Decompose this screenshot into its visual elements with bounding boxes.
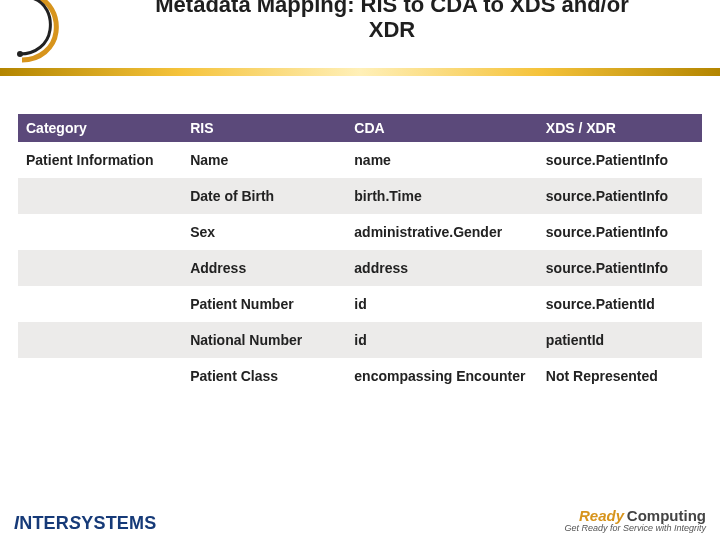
table-row: National NumberidpatientId bbox=[18, 322, 702, 358]
cell-category bbox=[18, 178, 182, 214]
th-cda: CDA bbox=[346, 114, 538, 142]
cell-cda: birth.Time bbox=[346, 178, 538, 214]
cell-xds: source.PatientInfo bbox=[538, 250, 702, 286]
footer-left-brand: INTERSYSTEMS bbox=[14, 513, 156, 534]
cell-xds: patientId bbox=[538, 322, 702, 358]
cell-category bbox=[18, 322, 182, 358]
footer-right-brand-word1: Ready bbox=[579, 507, 624, 524]
cell-cda: administrative.Gender bbox=[346, 214, 538, 250]
table-row: Addressaddresssource.PatientInfo bbox=[18, 250, 702, 286]
mapping-table: Category RIS CDA XDS / XDR Patient Infor… bbox=[18, 114, 702, 394]
footer-right-brand: Ready Computing Get Ready for Service wi… bbox=[564, 508, 706, 534]
slide-title: Metadata Mapping: RIS to CDA to XDS and/… bbox=[64, 0, 720, 78]
table-row: Date of Birthbirth.Timesource.PatientInf… bbox=[18, 178, 702, 214]
slide-header: Metadata Mapping: RIS to CDA to XDS and/… bbox=[0, 0, 720, 78]
cell-xds: source.PatientInfo bbox=[538, 142, 702, 178]
cell-ris: Patient Number bbox=[182, 286, 346, 322]
th-ris: RIS bbox=[182, 114, 346, 142]
cell-category bbox=[18, 214, 182, 250]
table-row: Patient Numberidsource.PatientId bbox=[18, 286, 702, 322]
th-xds: XDS / XDR bbox=[538, 114, 702, 142]
cell-xds: Not Represented bbox=[538, 358, 702, 394]
divider-bar bbox=[0, 68, 720, 76]
slide-title-line2: XDR bbox=[64, 17, 720, 42]
cell-ris: Patient Class bbox=[182, 358, 346, 394]
slide-footer: INTERSYSTEMS Ready Computing Get Ready f… bbox=[0, 496, 720, 540]
cell-ris: National Number bbox=[182, 322, 346, 358]
cell-xds: source.PatientInfo bbox=[538, 214, 702, 250]
cell-ris: Name bbox=[182, 142, 346, 178]
cell-category bbox=[18, 286, 182, 322]
cell-xds: source.PatientId bbox=[538, 286, 702, 322]
cell-category: Patient Information bbox=[18, 142, 182, 178]
table-row: Patient InformationNamenamesource.Patien… bbox=[18, 142, 702, 178]
cell-category bbox=[18, 358, 182, 394]
cell-xds: source.PatientInfo bbox=[538, 178, 702, 214]
cell-cda: id bbox=[346, 286, 538, 322]
slide-title-line1: Metadata Mapping: RIS to CDA to XDS and/… bbox=[64, 0, 720, 17]
table-row: Sexadministrative.Gendersource.PatientIn… bbox=[18, 214, 702, 250]
footer-right-brand-word2: Computing bbox=[627, 507, 706, 524]
cell-ris: Address bbox=[182, 250, 346, 286]
svg-point-0 bbox=[17, 51, 23, 57]
table-row: Patient Classencompassing EncounterNot R… bbox=[18, 358, 702, 394]
footer-right-tagline: Get Ready for Service with Integrity bbox=[564, 524, 706, 534]
cell-category bbox=[18, 250, 182, 286]
table-header-row: Category RIS CDA XDS / XDR bbox=[18, 114, 702, 142]
cell-cda: id bbox=[346, 322, 538, 358]
cell-ris: Sex bbox=[182, 214, 346, 250]
th-category: Category bbox=[18, 114, 182, 142]
cell-cda: name bbox=[346, 142, 538, 178]
cell-ris: Date of Birth bbox=[182, 178, 346, 214]
slide-logo-icon bbox=[4, 0, 64, 66]
cell-cda: address bbox=[346, 250, 538, 286]
cell-cda: encompassing Encounter bbox=[346, 358, 538, 394]
